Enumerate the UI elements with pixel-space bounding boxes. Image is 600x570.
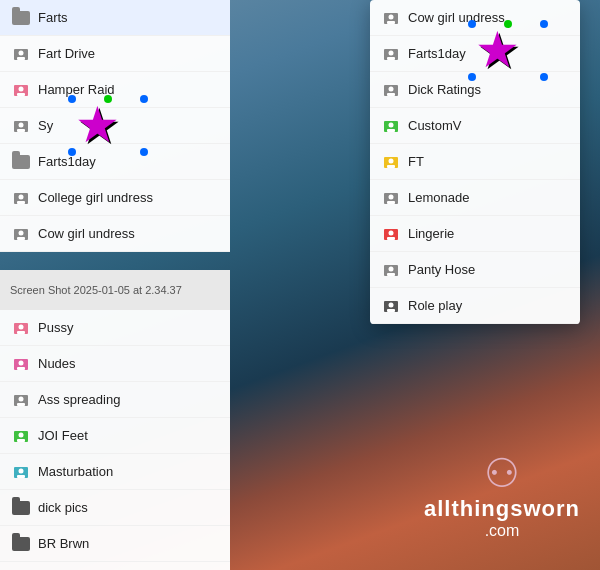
list-item[interactable]: Masturbation xyxy=(0,454,230,490)
dot-decoration xyxy=(140,148,148,156)
hanger-icon: ⚇ xyxy=(424,450,580,496)
file-name: Lemonade xyxy=(408,190,469,205)
file-name: Dick Ratings xyxy=(408,82,481,97)
folder-person-icon xyxy=(382,225,400,243)
list-item[interactable]: Fart Drive xyxy=(0,36,230,72)
dot-decoration xyxy=(104,95,112,103)
svg-rect-38 xyxy=(387,93,395,96)
file-name: dick pics xyxy=(38,500,88,515)
dot-decoration xyxy=(140,95,148,103)
file-name: Role play xyxy=(408,298,462,313)
file-name: Lingerie xyxy=(408,226,454,241)
svg-point-4 xyxy=(19,86,24,91)
folder-person-icon xyxy=(12,319,30,337)
star-decoration-left: ★ xyxy=(75,100,120,150)
list-item[interactable]: CustomV xyxy=(370,108,580,144)
list-item[interactable]: Role play xyxy=(370,288,580,324)
folder-person-icon xyxy=(12,225,30,243)
dot-decoration xyxy=(468,20,476,28)
dot-decoration xyxy=(68,148,76,156)
list-item[interactable]: JOI Feet xyxy=(0,418,230,454)
svg-point-37 xyxy=(389,86,394,91)
svg-rect-5 xyxy=(17,93,25,96)
file-name: Nudes xyxy=(38,356,76,371)
svg-point-13 xyxy=(19,230,24,235)
svg-point-1 xyxy=(19,50,24,55)
svg-rect-29 xyxy=(17,475,25,478)
svg-point-52 xyxy=(389,266,394,271)
svg-rect-56 xyxy=(387,309,395,312)
list-item[interactable]: Cow girl undress xyxy=(0,216,230,252)
svg-point-25 xyxy=(19,432,24,437)
file-name: Farts xyxy=(38,10,68,25)
dot-decoration xyxy=(504,20,512,28)
svg-rect-20 xyxy=(17,367,25,370)
svg-point-40 xyxy=(389,122,394,127)
file-name: Cow girl undress xyxy=(38,226,135,241)
folder-icon xyxy=(12,11,30,25)
folder-person-icon xyxy=(12,45,30,63)
svg-point-43 xyxy=(389,158,394,163)
list-item[interactable]: Pussy xyxy=(0,310,230,346)
dot-decoration xyxy=(540,20,548,28)
file-name: College girl undress xyxy=(38,190,153,205)
file-name: FT xyxy=(408,154,424,169)
folder-person-icon xyxy=(382,297,400,315)
file-name: CustomV xyxy=(408,118,461,133)
file-name: Masturbation xyxy=(38,464,113,479)
list-item[interactable]: Lingerie xyxy=(370,216,580,252)
list-item[interactable]: Farts xyxy=(0,0,230,36)
svg-point-31 xyxy=(389,14,394,19)
svg-point-34 xyxy=(389,50,394,55)
list-item[interactable]: College girl undress xyxy=(0,180,230,216)
file-name: BR Brwn xyxy=(38,536,89,551)
svg-rect-35 xyxy=(387,57,395,60)
list-item[interactable]: Nudes xyxy=(0,346,230,382)
watermark-text: allthingsworn xyxy=(424,496,580,522)
svg-point-28 xyxy=(19,468,24,473)
svg-rect-47 xyxy=(387,201,395,204)
folder-person-icon xyxy=(12,427,30,445)
list-item[interactable]: Panty Hose xyxy=(370,252,580,288)
folder-icon xyxy=(12,537,30,551)
list-item[interactable]: BR Brwn xyxy=(0,526,230,562)
folder-person-icon xyxy=(382,189,400,207)
svg-rect-11 xyxy=(17,201,25,204)
watermark: ⚇ allthingsworn .com xyxy=(424,450,580,540)
folder-person-icon xyxy=(12,117,30,135)
watermark-com: .com xyxy=(424,522,580,540)
file-name: Panty Hose xyxy=(408,262,475,277)
file-name: Farts1day xyxy=(408,46,466,61)
list-item[interactable]: Lemonade xyxy=(370,180,580,216)
svg-point-22 xyxy=(19,396,24,401)
list-item[interactable]: FT xyxy=(370,144,580,180)
folder-person-icon xyxy=(382,9,400,27)
folder-person-icon xyxy=(382,81,400,99)
file-name: Pussy xyxy=(38,320,73,335)
file-name: Farts1day xyxy=(38,154,96,169)
folder-person-icon xyxy=(12,463,30,481)
file-name: JOI Feet xyxy=(38,428,88,443)
folder-person-icon xyxy=(382,117,400,135)
folder-person-icon xyxy=(12,81,30,99)
svg-point-46 xyxy=(389,194,394,199)
list-item[interactable]: Ass spreading xyxy=(0,382,230,418)
svg-point-55 xyxy=(389,302,394,307)
svg-point-16 xyxy=(19,324,24,329)
svg-rect-14 xyxy=(17,237,25,240)
file-name: Ass spreading xyxy=(38,392,120,407)
file-name: Hamper Raid xyxy=(38,82,115,97)
screenshot-label-text: Screen Shot 2025-01-05 at 2.34.37 xyxy=(10,284,182,296)
svg-rect-8 xyxy=(17,129,25,132)
file-name: Sy xyxy=(38,118,53,133)
svg-point-10 xyxy=(19,194,24,199)
svg-point-19 xyxy=(19,360,24,365)
dot-decoration xyxy=(468,73,476,81)
list-item[interactable]: dick pics xyxy=(0,490,230,526)
folder-icon xyxy=(12,501,30,515)
svg-rect-44 xyxy=(387,165,395,168)
svg-rect-17 xyxy=(17,331,25,334)
file-name: Fart Drive xyxy=(38,46,95,61)
screenshot-label: Screen Shot 2025-01-05 at 2.34.37 xyxy=(0,270,230,310)
folder-person-icon xyxy=(382,45,400,63)
